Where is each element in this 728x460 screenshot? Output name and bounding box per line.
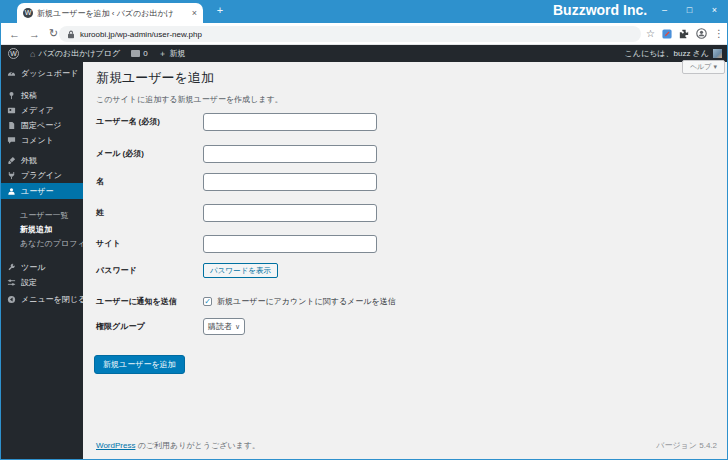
comment-icon — [7, 136, 16, 145]
site-name: バズのお出かけブログ — [38, 48, 120, 59]
sidebar-item-users[interactable]: ユーザー — [1, 183, 83, 199]
url-text: kuroobi.jp/wp-admin/user-new.php — [80, 30, 202, 39]
plug-icon — [7, 171, 16, 180]
username-row: ユーザー名 (必須) — [96, 113, 716, 131]
greeting-text: こんにちは、buzz さん — [625, 48, 709, 59]
home-icon: ⌂ — [30, 49, 35, 59]
avatar — [713, 49, 722, 58]
admin-bar-account[interactable]: こんにちは、buzz さん — [625, 48, 722, 59]
sidebar-item-media[interactable]: メディア — [1, 103, 83, 118]
tab-close-icon[interactable]: × — [192, 8, 197, 18]
wordpress-logo-icon[interactable]: W — [8, 48, 19, 59]
sidebar-item-settings[interactable]: 設定 — [1, 275, 83, 290]
help-button[interactable]: ヘルプ ▾ — [682, 60, 725, 74]
brush-icon — [7, 156, 16, 165]
sidebar-item-plugins[interactable]: プラグイン — [1, 168, 83, 183]
email-input[interactable] — [203, 145, 377, 163]
website-row: サイト — [96, 235, 716, 253]
maximize-button[interactable]: □ — [677, 0, 702, 22]
first-name-label: 名 — [96, 173, 200, 191]
media-icon — [7, 106, 16, 115]
role-select[interactable]: 購読者 ∨ — [203, 318, 245, 335]
comment-count: 0 — [143, 49, 147, 58]
minimize-button[interactable]: – — [652, 0, 677, 22]
username-label: ユーザー名 (必須) — [96, 113, 200, 131]
wrench-icon — [7, 263, 16, 272]
website-input[interactable] — [203, 235, 377, 253]
first-name-row: 名 — [96, 173, 716, 191]
notify-checkbox[interactable]: ✓ — [203, 297, 212, 306]
footer-version: バージョン 5.4.2 — [656, 440, 717, 451]
comments-bubble-icon — [131, 50, 140, 57]
extension-puzzle-icon[interactable] — [679, 29, 689, 39]
website-label: サイト — [96, 235, 200, 253]
role-row: 権限グループ 購読者 ∨ — [96, 318, 716, 335]
submenu-item-all-users[interactable]: ユーザー一覧 — [1, 209, 83, 223]
admin-bar-comments-link[interactable]: 0 — [131, 49, 147, 58]
new-tab-button[interactable]: + — [213, 4, 227, 16]
checkmark-icon: ✓ — [204, 297, 211, 306]
sidebar-item-tools[interactable]: ツール — [1, 260, 83, 275]
browser-menu-icon[interactable]: ⋮ — [714, 28, 724, 39]
window-controls: – □ × — [652, 0, 727, 22]
chevron-down-icon: ∨ — [235, 323, 240, 331]
sidebar-item-comments[interactable]: コメント — [1, 133, 83, 148]
browser-tab[interactable]: W 新規ユーザーを追加 ‹ バズのお出かけ × — [17, 3, 203, 23]
username-input[interactable] — [203, 113, 377, 131]
page-intro: このサイトに追加する新規ユーザーを作成します。 — [96, 94, 283, 105]
admin-content: ヘルプ ▾ 新規ユーザーを追加 このサイトに追加する新規ユーザーを作成します。 … — [83, 62, 728, 460]
notify-row: ユーザーに通知を送信 ✓ 新規ユーザーにアカウントに関するメールを送信 — [96, 294, 716, 309]
tab-title: 新規ユーザーを追加 ‹ バズのお出かけ — [37, 8, 188, 19]
last-name-label: 姓 — [96, 204, 200, 222]
wordpress-footer-link[interactable]: WordPress — [96, 441, 135, 450]
screenshot-extension-icon[interactable] — [662, 29, 672, 39]
submenu-item-your-profile[interactable]: あなたのプロフィール — [1, 237, 83, 251]
profile-icon[interactable] — [696, 28, 707, 39]
role-label: 権限グループ — [96, 318, 200, 335]
notify-option-label[interactable]: 新規ユーザーにアカウントに関するメールを送信 — [217, 294, 396, 309]
wp-admin-bar: W ⌂ バズのお出かけブログ 0 ＋ 新規 こんにちは、buzz さん — [1, 45, 728, 62]
back-icon[interactable]: ← — [9, 28, 20, 40]
settings-icon — [7, 278, 16, 287]
notify-label: ユーザーに通知を送信 — [96, 294, 200, 309]
plus-icon: ＋ — [159, 48, 167, 59]
page-icon — [7, 121, 16, 130]
submenu-item-add-new[interactable]: 新規追加 — [1, 223, 83, 237]
sidebar-item-posts[interactable]: 投稿 — [1, 88, 83, 103]
window-title: Buzzword Inc. — [553, 2, 647, 18]
password-row: パスワード パスワードを表示 — [96, 263, 716, 278]
admin-bar-new-link[interactable]: ＋ 新規 — [159, 48, 186, 59]
show-password-button[interactable]: パスワードを表示 — [203, 263, 278, 278]
forward-icon[interactable]: → — [29, 28, 40, 40]
bookmark-star-icon[interactable]: ☆ — [646, 28, 655, 39]
sidebar-item-appearance[interactable]: 外観 — [1, 153, 83, 168]
password-label: パスワード — [96, 263, 200, 278]
browser-window: W 新規ユーザーを追加 ‹ バズのお出かけ × + Buzzword Inc. … — [0, 0, 728, 460]
sidebar-item-collapse-menu[interactable]: メニューを閉じる — [1, 292, 83, 307]
dashboard-icon — [7, 69, 16, 78]
email-row: メール (必須) — [96, 145, 716, 163]
toolbar-actions: ☆ ⋮ — [646, 23, 724, 44]
sidebar-item-dashboard[interactable]: ダッシュボード — [1, 66, 83, 81]
footer-thanks: WordPress のご利用ありがとうございます。 — [96, 440, 260, 451]
email-label: メール (必須) — [96, 145, 200, 163]
last-name-input[interactable] — [203, 204, 377, 222]
browser-nav: ← → ↻ — [9, 23, 58, 44]
role-selected-value: 購読者 — [208, 321, 232, 332]
help-caret-icon: ▾ — [713, 63, 717, 70]
close-window-button[interactable]: × — [702, 0, 727, 22]
admin-sidebar: ダッシュボード 投稿 メディア 固定ページ コメント 外観 プラグイン ユーザ — [1, 62, 83, 460]
users-submenu: ユーザー一覧 新規追加 あなたのプロフィール — [1, 199, 83, 251]
address-bar[interactable]: kuroobi.jp/wp-admin/user-new.php — [59, 26, 641, 42]
last-name-row: 姓 — [96, 204, 716, 222]
wordpress-favicon-icon: W — [23, 8, 33, 18]
admin-bar-site-link[interactable]: ⌂ バズのお出かけブログ — [30, 48, 120, 59]
add-user-submit-button[interactable]: 新規ユーザーを追加 — [94, 355, 185, 374]
reload-icon[interactable]: ↻ — [49, 27, 58, 40]
lock-icon — [67, 30, 75, 39]
footer-thanks-text: のご利用ありがとうございます。 — [135, 441, 259, 450]
pushpin-icon — [7, 91, 16, 100]
first-name-input[interactable] — [203, 173, 377, 191]
sidebar-item-pages[interactable]: 固定ページ — [1, 118, 83, 133]
user-icon — [7, 187, 16, 196]
